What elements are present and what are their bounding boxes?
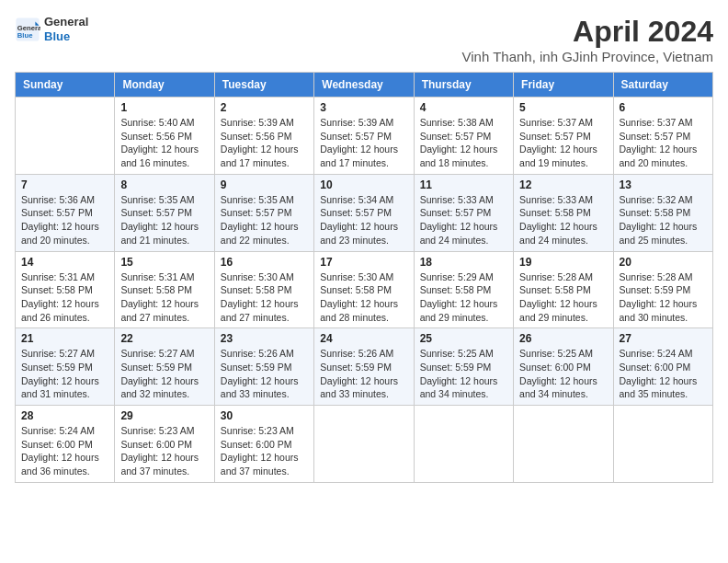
day-number: 8 xyxy=(120,178,208,191)
page-header: General Blue General Blue April 2024 Vin… xyxy=(15,15,713,64)
day-info: Sunrise: 5:36 AMSunset: 5:57 PMDaylight:… xyxy=(21,193,108,247)
day-info: Sunrise: 5:27 AMSunset: 5:59 PMDaylight:… xyxy=(21,347,108,401)
day-info: Sunrise: 5:30 AMSunset: 5:58 PMDaylight:… xyxy=(221,270,308,325)
day-number: 26 xyxy=(519,332,607,345)
day-number: 23 xyxy=(221,332,308,345)
day-info: Sunrise: 5:28 AMSunset: 5:58 PMDaylight:… xyxy=(519,270,607,325)
calendar-cell: 24Sunrise: 5:26 AMSunset: 5:59 PMDayligh… xyxy=(314,328,414,406)
day-info: Sunrise: 5:26 AMSunset: 5:59 PMDaylight:… xyxy=(320,347,407,401)
day-number: 28 xyxy=(21,409,108,422)
day-info: Sunrise: 5:35 AMSunset: 5:57 PMDaylight:… xyxy=(120,193,208,247)
day-info: Sunrise: 5:23 AMSunset: 6:00 PMDaylight:… xyxy=(221,424,308,478)
day-number: 30 xyxy=(221,409,308,422)
day-number: 9 xyxy=(221,178,308,191)
calendar-cell xyxy=(414,406,513,483)
calendar-cell: 8Sunrise: 5:35 AMSunset: 5:57 PMDaylight… xyxy=(115,174,214,251)
day-number: 11 xyxy=(420,178,507,191)
calendar-cell: 16Sunrise: 5:30 AMSunset: 5:58 PMDayligh… xyxy=(214,251,313,328)
calendar-cell: 7Sunrise: 5:36 AMSunset: 5:57 PMDaylight… xyxy=(16,174,115,251)
month-title: April 2024 xyxy=(461,15,713,49)
weekday-header: Tuesday xyxy=(214,73,313,98)
day-number: 2 xyxy=(221,101,308,114)
day-info: Sunrise: 5:25 AMSunset: 5:59 PMDaylight:… xyxy=(420,347,507,401)
calendar-table: SundayMondayTuesdayWednesdayThursdayFrid… xyxy=(15,72,713,483)
weekday-header: Thursday xyxy=(414,73,513,98)
calendar-cell: 6Sunrise: 5:37 AMSunset: 5:57 PMDaylight… xyxy=(613,98,712,175)
weekday-header: Wednesday xyxy=(314,73,414,98)
weekday-header: Saturday xyxy=(613,73,712,98)
day-number: 16 xyxy=(221,256,308,269)
day-info: Sunrise: 5:40 AMSunset: 5:56 PMDaylight:… xyxy=(120,116,208,170)
calendar-cell: 5Sunrise: 5:37 AMSunset: 5:57 PMDaylight… xyxy=(514,98,613,175)
day-info: Sunrise: 5:33 AMSunset: 5:58 PMDaylight:… xyxy=(519,193,607,247)
day-info: Sunrise: 5:31 AMSunset: 5:58 PMDaylight:… xyxy=(120,270,208,325)
calendar-cell: 25Sunrise: 5:25 AMSunset: 5:59 PMDayligh… xyxy=(414,328,513,406)
day-info: Sunrise: 5:25 AMSunset: 6:00 PMDaylight:… xyxy=(519,347,607,401)
day-number: 12 xyxy=(519,178,607,191)
calendar-cell: 13Sunrise: 5:32 AMSunset: 5:58 PMDayligh… xyxy=(613,174,712,251)
calendar-cell xyxy=(514,406,613,483)
day-number: 20 xyxy=(620,256,707,269)
day-number: 19 xyxy=(519,256,607,269)
calendar-cell: 9Sunrise: 5:35 AMSunset: 5:57 PMDaylight… xyxy=(214,174,313,251)
day-info: Sunrise: 5:28 AMSunset: 5:59 PMDaylight:… xyxy=(620,270,707,325)
calendar-cell: 2Sunrise: 5:39 AMSunset: 5:56 PMDaylight… xyxy=(214,98,313,175)
day-info: Sunrise: 5:29 AMSunset: 5:58 PMDaylight:… xyxy=(420,270,507,325)
calendar-cell: 20Sunrise: 5:28 AMSunset: 5:59 PMDayligh… xyxy=(613,251,712,328)
calendar-cell: 1Sunrise: 5:40 AMSunset: 5:56 PMDaylight… xyxy=(115,98,214,175)
calendar-cell: 17Sunrise: 5:30 AMSunset: 5:58 PMDayligh… xyxy=(314,251,414,328)
day-number: 13 xyxy=(620,178,707,191)
calendar-cell: 12Sunrise: 5:33 AMSunset: 5:58 PMDayligh… xyxy=(514,174,613,251)
weekday-header: Monday xyxy=(115,73,214,98)
day-number: 4 xyxy=(420,101,507,114)
svg-text:Blue: Blue xyxy=(17,31,33,40)
calendar-cell: 15Sunrise: 5:31 AMSunset: 5:58 PMDayligh… xyxy=(115,251,214,328)
day-number: 17 xyxy=(320,256,407,269)
day-info: Sunrise: 5:32 AMSunset: 5:58 PMDaylight:… xyxy=(620,193,707,247)
calendar-cell: 27Sunrise: 5:24 AMSunset: 6:00 PMDayligh… xyxy=(613,328,712,406)
calendar-cell: 4Sunrise: 5:38 AMSunset: 5:57 PMDaylight… xyxy=(414,98,513,175)
day-info: Sunrise: 5:33 AMSunset: 5:57 PMDaylight:… xyxy=(420,193,507,247)
day-number: 21 xyxy=(21,332,108,345)
day-number: 24 xyxy=(320,332,407,345)
logo-text-line2: Blue xyxy=(44,29,88,44)
day-number: 14 xyxy=(21,256,108,269)
calendar-cell: 26Sunrise: 5:25 AMSunset: 6:00 PMDayligh… xyxy=(514,328,613,406)
day-info: Sunrise: 5:27 AMSunset: 5:59 PMDaylight:… xyxy=(120,347,208,401)
calendar-cell: 21Sunrise: 5:27 AMSunset: 5:59 PMDayligh… xyxy=(16,328,115,406)
day-info: Sunrise: 5:39 AMSunset: 5:56 PMDaylight:… xyxy=(221,116,308,170)
day-info: Sunrise: 5:30 AMSunset: 5:58 PMDaylight:… xyxy=(320,270,407,325)
day-info: Sunrise: 5:38 AMSunset: 5:57 PMDaylight:… xyxy=(420,116,507,170)
logo-icon: General Blue xyxy=(15,17,40,42)
calendar-cell xyxy=(314,406,414,483)
day-number: 29 xyxy=(120,409,208,422)
calendar-cell: 11Sunrise: 5:33 AMSunset: 5:57 PMDayligh… xyxy=(414,174,513,251)
day-number: 25 xyxy=(420,332,507,345)
day-number: 3 xyxy=(320,101,407,114)
day-info: Sunrise: 5:37 AMSunset: 5:57 PMDaylight:… xyxy=(519,116,607,170)
logo-text-line1: General xyxy=(44,15,88,29)
day-number: 27 xyxy=(620,332,707,345)
day-info: Sunrise: 5:37 AMSunset: 5:57 PMDaylight:… xyxy=(620,116,707,170)
day-number: 6 xyxy=(620,101,707,114)
location-subtitle: Vinh Thanh, inh GJinh Province, Vietnam xyxy=(461,49,713,64)
day-info: Sunrise: 5:26 AMSunset: 5:59 PMDaylight:… xyxy=(221,347,308,401)
calendar-cell: 30Sunrise: 5:23 AMSunset: 6:00 PMDayligh… xyxy=(214,406,313,483)
title-block: April 2024 Vinh Thanh, inh GJinh Provinc… xyxy=(461,15,713,64)
day-number: 7 xyxy=(21,178,108,191)
weekday-header: Sunday xyxy=(16,73,115,98)
logo: General Blue General Blue xyxy=(15,15,88,43)
calendar-cell xyxy=(16,98,115,175)
calendar-cell: 14Sunrise: 5:31 AMSunset: 5:58 PMDayligh… xyxy=(16,251,115,328)
day-info: Sunrise: 5:24 AMSunset: 6:00 PMDaylight:… xyxy=(620,347,707,401)
calendar-cell: 22Sunrise: 5:27 AMSunset: 5:59 PMDayligh… xyxy=(115,328,214,406)
day-info: Sunrise: 5:39 AMSunset: 5:57 PMDaylight:… xyxy=(320,116,407,170)
calendar-cell xyxy=(613,406,712,483)
day-info: Sunrise: 5:31 AMSunset: 5:58 PMDaylight:… xyxy=(21,270,108,325)
calendar-cell: 19Sunrise: 5:28 AMSunset: 5:58 PMDayligh… xyxy=(514,251,613,328)
day-number: 22 xyxy=(120,332,208,345)
calendar-cell: 23Sunrise: 5:26 AMSunset: 5:59 PMDayligh… xyxy=(214,328,313,406)
calendar-cell: 29Sunrise: 5:23 AMSunset: 6:00 PMDayligh… xyxy=(115,406,214,483)
calendar-cell: 3Sunrise: 5:39 AMSunset: 5:57 PMDaylight… xyxy=(314,98,414,175)
day-number: 15 xyxy=(120,256,208,269)
